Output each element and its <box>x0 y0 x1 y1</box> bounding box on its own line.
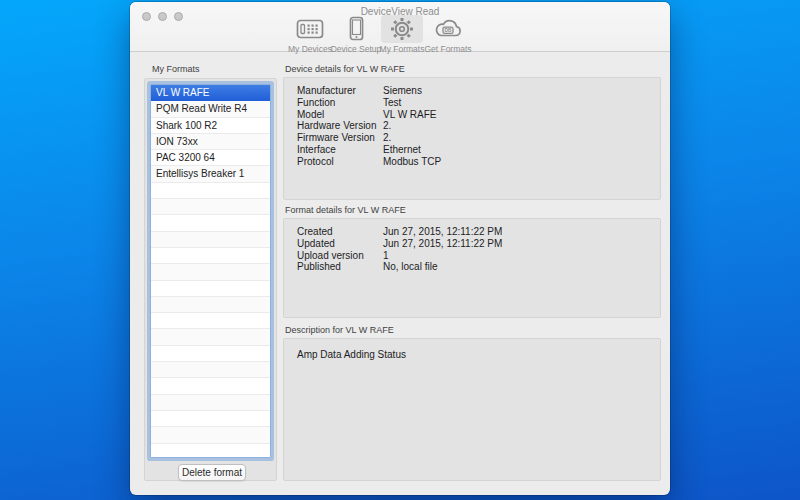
format-details-heading: Format details for VL W RAFE <box>285 205 406 215</box>
list-item-empty[interactable] <box>151 297 270 313</box>
description-heading: Description for VL W RAFE <box>285 325 394 335</box>
detail-row: UpdatedJun 27, 2015, 12:11:22 PM <box>297 238 660 250</box>
list-item-empty[interactable] <box>151 329 270 345</box>
list-item-format[interactable]: Shark 100 R2 <box>151 118 270 134</box>
detail-row: PublishedNo, local file <box>297 261 660 273</box>
detail-row: Firmware Version2. <box>297 132 660 144</box>
detail-row: Upload version1 <box>297 250 660 262</box>
desktop-background: DeviceView Read My Devices <box>0 0 800 500</box>
list-item-format[interactable]: Entellisys Breaker 1 <box>151 166 270 182</box>
toolbar-item-get-formats[interactable]: DB Get Formats <box>425 15 471 54</box>
list-item-empty[interactable] <box>151 281 270 297</box>
list-item-empty[interactable] <box>151 313 270 329</box>
list-item-empty[interactable] <box>151 232 270 248</box>
detail-row: ManufacturerSiemens <box>297 85 660 97</box>
list-item-format[interactable]: ION 73xx <box>151 134 270 150</box>
detail-row: Hardware Version2. <box>297 120 660 132</box>
titlebar: DeviceView Read My Devices <box>130 2 670 52</box>
device-details-panel: ManufacturerSiemens FunctionTest ModelVL… <box>283 77 661 200</box>
devices-grid-icon <box>295 17 325 41</box>
sidebar-heading: My Formats <box>152 64 200 74</box>
mobile-device-icon <box>343 16 369 42</box>
delete-format-button[interactable]: Delete format <box>178 464 246 481</box>
toolbar-item-my-devices[interactable]: My Devices <box>287 15 333 54</box>
description-text: Amp Data Adding Status <box>284 339 660 360</box>
list-item-empty[interactable] <box>151 215 270 231</box>
list-item-empty[interactable] <box>151 395 270 411</box>
list-item-empty[interactable] <box>151 248 270 264</box>
toolbar-label: My Formats <box>380 44 425 54</box>
list-item-empty[interactable] <box>151 427 270 443</box>
detail-row: ModelVL W RAFE <box>297 109 660 121</box>
list-item-empty[interactable] <box>151 264 270 280</box>
cloud-db-icon: DB <box>432 16 464 42</box>
toolbar-label: My Devices <box>288 44 332 54</box>
toolbar-label: Device Setup <box>331 44 382 54</box>
device-details-heading: Device details for VL W RAFE <box>285 64 405 74</box>
gear-icon <box>389 16 415 42</box>
format-details-panel: CreatedJun 27, 2015, 12:11:22 PM Updated… <box>283 218 661 318</box>
list-item-empty[interactable] <box>151 199 270 215</box>
list-item-format[interactable]: PQM Read Write R4 <box>151 101 270 117</box>
detail-row: InterfaceEthernet <box>297 144 660 156</box>
svg-text:DB: DB <box>445 28 452 33</box>
toolbar: My Devices Device Setup <box>287 15 471 54</box>
list-item-empty[interactable] <box>151 362 270 378</box>
toolbar-item-my-formats[interactable]: My Formats <box>379 15 425 54</box>
description-panel: Amp Data Adding Status <box>283 338 661 481</box>
app-window: DeviceView Read My Devices <box>130 2 670 495</box>
toolbar-label: Get Formats <box>424 44 471 54</box>
detail-row: FunctionTest <box>297 97 660 109</box>
detail-row: ProtocolModbus TCP <box>297 156 660 168</box>
list-item-empty[interactable] <box>151 183 270 199</box>
list-item-empty[interactable] <box>151 346 270 362</box>
list-item-empty[interactable] <box>151 444 270 458</box>
list-item-empty[interactable] <box>151 378 270 394</box>
list-item-format[interactable]: VL W RAFE <box>151 85 270 101</box>
detail-row: CreatedJun 27, 2015, 12:11:22 PM <box>297 226 660 238</box>
list-item-format[interactable]: PAC 3200 64 <box>151 150 270 166</box>
list-item-empty[interactable] <box>151 411 270 427</box>
toolbar-item-device-setup[interactable]: Device Setup <box>333 15 379 54</box>
formats-panel: VL W RAFE PQM Read Write R4 Shark 100 R2… <box>144 78 277 481</box>
formats-list[interactable]: VL W RAFE PQM Read Write R4 Shark 100 R2… <box>150 84 271 458</box>
